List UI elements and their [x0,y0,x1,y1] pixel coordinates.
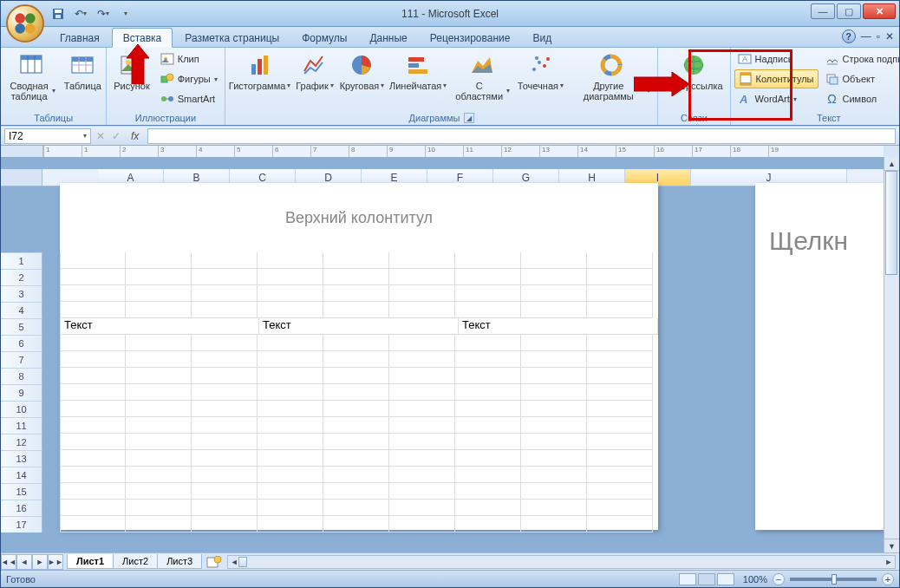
cell[interactable] [521,351,587,368]
zoom-thumb[interactable] [832,574,837,585]
cell[interactable] [521,384,587,401]
cell[interactable] [258,483,323,500]
cell[interactable] [455,483,521,500]
cell[interactable] [192,434,258,450]
cell[interactable] [192,335,258,351]
cell[interactable] [126,417,192,434]
cell[interactable] [323,516,389,532]
picture-button[interactable]: Рисунок [110,49,153,93]
cell[interactable] [587,450,653,467]
scroll-right-icon[interactable]: ► [883,556,895,568]
cell[interactable] [60,516,126,532]
cell[interactable] [323,269,389,285]
pie-chart-button[interactable]: Круговая▾ [338,49,385,93]
cell[interactable] [455,516,521,532]
column-chart-button[interactable]: Гистограмма▾ [229,49,291,93]
cell[interactable] [60,434,126,450]
cell[interactable] [258,434,323,450]
cell[interactable] [126,269,192,285]
cell[interactable] [389,500,455,516]
cell[interactable] [587,368,653,384]
cell[interactable] [258,285,323,302]
cell[interactable] [192,368,258,384]
save-icon[interactable] [49,5,67,23]
redo-icon[interactable]: ↷▾ [95,5,112,23]
textbox-button[interactable]: AНадпись [734,49,818,69]
cell[interactable] [192,483,258,500]
cell[interactable] [60,368,126,384]
minimize-button[interactable]: — [811,3,835,19]
cell[interactable] [587,351,653,368]
cell[interactable] [192,302,258,318]
cell[interactable] [389,467,455,483]
cell[interactable] [455,467,521,483]
close-doc-icon[interactable]: ✕ [885,30,894,42]
cell[interactable] [126,434,192,450]
cell[interactable] [126,483,192,500]
row-header[interactable]: 14 [1,467,42,483]
cell[interactable] [389,434,455,450]
cell[interactable] [60,269,126,285]
cell[interactable] [126,285,192,302]
cell[interactable] [455,401,521,417]
zoom-in-button[interactable]: + [882,573,894,585]
cell[interactable] [521,285,587,302]
cell[interactable] [258,302,323,318]
cell[interactable] [521,483,587,500]
cell[interactable] [587,302,653,318]
header-cell[interactable]: Текст [60,318,259,335]
cell[interactable] [258,467,323,483]
row-header[interactable]: 2 [1,269,42,285]
wordart-button[interactable]: AWordArt▾ [734,89,818,108]
cell[interactable] [587,335,653,351]
cell[interactable] [587,384,653,401]
sheet-tab[interactable]: Лист3 [157,554,202,569]
cell[interactable] [455,384,521,401]
cell[interactable] [455,417,521,434]
formula-input[interactable] [147,128,896,144]
charts-launcher[interactable]: ◢ [464,113,474,123]
cell[interactable] [258,269,323,285]
undo-icon[interactable]: ↶▾ [72,5,89,23]
cell[interactable] [60,351,126,368]
cell[interactable] [192,401,258,417]
cell[interactable] [389,483,455,500]
cell[interactable] [126,302,192,318]
tab-home[interactable]: Главная [49,29,110,47]
row-header[interactable]: 15 [1,483,42,500]
page-layout-view-button[interactable] [698,573,715,585]
tab-insert[interactable]: Вставка [112,28,173,48]
cell[interactable] [192,467,258,483]
row-header[interactable]: 11 [1,417,42,434]
cell[interactable] [521,417,587,434]
office-button[interactable] [6,4,44,42]
clipart-button[interactable]: Клип [157,49,221,69]
cell[interactable] [258,368,323,384]
cell[interactable] [323,417,389,434]
cell[interactable] [587,483,653,500]
cell[interactable] [60,335,126,351]
vertical-scrollbar[interactable]: ▲ ▼ [884,157,899,552]
cell[interactable] [521,335,587,351]
row-header[interactable]: 12 [1,434,42,450]
row-header[interactable]: 4 [1,302,42,318]
scroll-down-icon[interactable]: ▼ [884,539,899,552]
cell[interactable] [126,401,192,417]
tab-review[interactable]: Рецензирование [420,29,521,47]
accept-formula-icon[interactable]: ✓ [110,130,122,142]
cell[interactable] [521,252,587,269]
cell[interactable] [126,450,192,467]
hyperlink-button[interactable]: Гиперссылка [662,49,726,93]
cell[interactable] [126,252,192,269]
cell[interactable] [389,335,455,351]
hscroll-thumb[interactable] [238,557,247,567]
cell[interactable] [521,516,587,532]
cell[interactable] [587,516,653,532]
cell[interactable] [455,335,521,351]
table-button[interactable]: Таблица [62,49,102,93]
cell[interactable] [60,417,126,434]
cell[interactable] [521,450,587,467]
qat-customize-icon[interactable]: ▾ [117,5,134,23]
cell[interactable] [258,417,323,434]
cell[interactable] [192,252,258,269]
